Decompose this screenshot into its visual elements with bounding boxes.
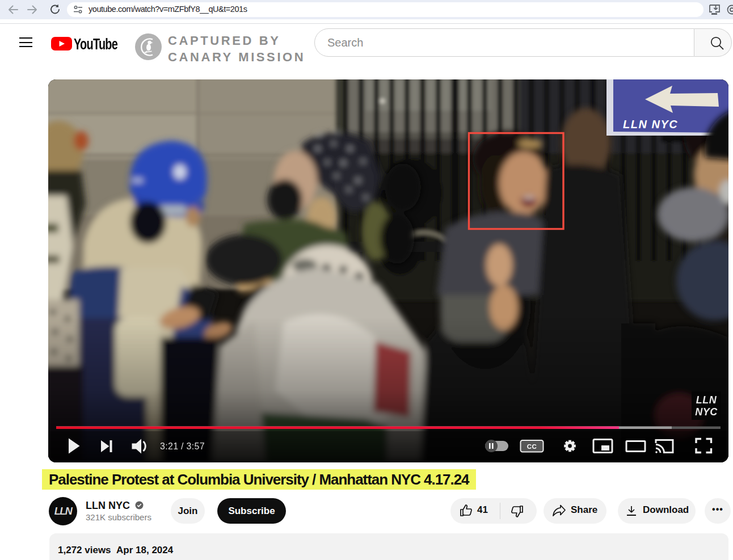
svg-text:LLN: LLN [696,394,717,406]
svg-text:3:21 / 3:57: 3:21 / 3:57 [160,441,205,451]
svg-text:LLN NYC: LLN NYC [623,118,678,130]
svg-text:NYC: NYC [695,406,718,418]
svg-text:CC: CC [527,443,537,450]
